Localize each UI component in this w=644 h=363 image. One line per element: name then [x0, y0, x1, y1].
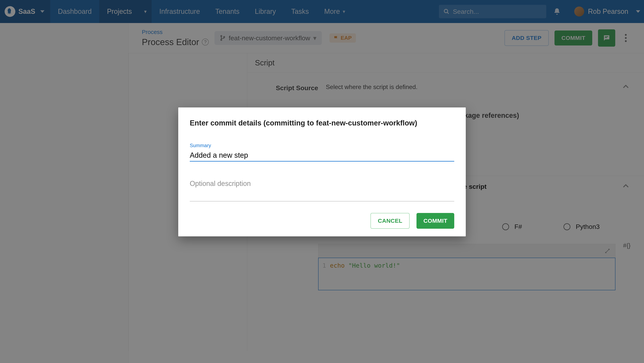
summary-label: Summary	[190, 143, 454, 149]
summary-input[interactable]	[190, 150, 454, 162]
dialog-title: Enter commit details (committing to feat…	[190, 119, 454, 127]
description-input[interactable]	[190, 177, 454, 201]
commit-dialog: Enter commit details (committing to feat…	[178, 107, 466, 236]
cancel-button[interactable]: CANCEL	[370, 213, 410, 229]
modal-overlay[interactable]: Enter commit details (committing to feat…	[0, 0, 644, 363]
commit-confirm-button[interactable]: COMMIT	[416, 213, 454, 229]
